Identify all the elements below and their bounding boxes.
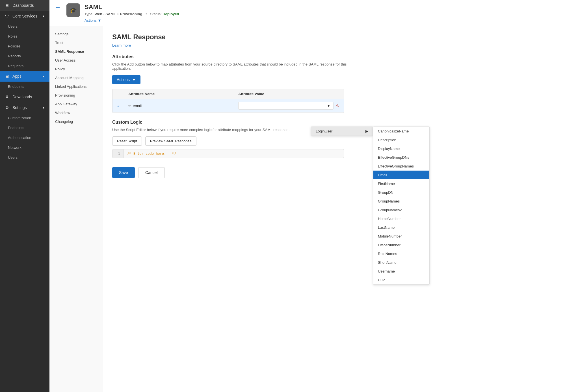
sub-nav: Settings Trust SAML Response User Access… [49, 26, 103, 392]
sidebar-item-label: Core Services [12, 14, 37, 18]
subnav-policy[interactable]: Policy [49, 65, 103, 73]
submenu-item-group-dn[interactable]: GroupDN [373, 188, 429, 197]
attribute-submenu: CanonicalizeName Description DisplayName… [373, 127, 430, 285]
code-editor[interactable]: 1 /* Enter code here... */ [112, 149, 344, 158]
sidebar-item-users-settings[interactable]: Users [0, 153, 49, 162]
app-type-value: Web - SAML + Provisioning [94, 12, 142, 16]
app-type-label: Type: [85, 12, 94, 16]
sidebar-item-core-services[interactable]: 🛡 Core Services ▼ [0, 11, 49, 21]
sidebar-item-customization[interactable]: Customization [0, 113, 49, 123]
page-content: SAML Response Learn more Attributes Clic… [103, 26, 565, 392]
main-container: ← 🎓 SAML Type: Web - SAML + Provisioning… [49, 0, 565, 392]
subnav-user-access[interactable]: User Access [49, 56, 103, 65]
row-name-cell: ✏ email [124, 101, 234, 111]
submenu-item-group-names[interactable]: GroupNames [373, 197, 429, 206]
line-number: 1 [112, 149, 124, 158]
app-status-label: Status: [150, 12, 161, 16]
topbar-actions-button[interactable]: Actions ▼ [85, 18, 179, 23]
sidebar-item-authentication[interactable]: Authentication [0, 133, 49, 143]
cancel-button[interactable]: Cancel [138, 167, 165, 178]
submenu-item-effective-group-dns[interactable]: EffectiveGroupDNs [373, 153, 429, 162]
submenu-item-username[interactable]: Username [373, 267, 429, 276]
subnav-account-mapping[interactable]: Account Mapping [49, 73, 103, 82]
chevron-down-icon: ▼ [132, 77, 136, 82]
row-checkbox[interactable]: ✓ [112, 101, 124, 111]
table-header: Attribute Name Attribute Value [112, 89, 344, 99]
submenu-item-uuid[interactable]: Uuid [373, 276, 429, 284]
chevron-right-icon: ▶ [365, 129, 368, 133]
table-row: ✓ ✏ email ▼ ⚠ [112, 99, 344, 113]
app-title: SAML [85, 3, 179, 11]
login-user-dropdown-overlay: LoginUser ▶ CanonicalizeName Description… [311, 127, 373, 136]
submenu-item-canonicalize-name[interactable]: CanonicalizeName [373, 127, 429, 136]
app-icon: 🎓 [66, 3, 80, 17]
chevron-down-icon: ▼ [42, 106, 45, 109]
page-title: SAML Response [112, 33, 556, 41]
footer-buttons: Save Cancel [112, 167, 556, 187]
preview-saml-button[interactable]: Preview SAML Response [145, 136, 196, 146]
submenu-item-short-name[interactable]: ShortName [373, 258, 429, 267]
gear-icon: ⚙ [5, 105, 10, 110]
attributes-desc: Click the Add button below to map attrib… [112, 62, 352, 71]
sidebar-item-label: Apps [12, 74, 21, 79]
submenu-item-home-number[interactable]: HomeNumber [373, 214, 429, 223]
sidebar-item-apps[interactable]: ▣ Apps ▼ [0, 71, 49, 82]
submenu-item-last-name[interactable]: LastName [373, 223, 429, 232]
sidebar-item-reports[interactable]: Reports [0, 51, 49, 61]
chevron-down-icon: ▼ [327, 104, 330, 108]
subnav-provisioning[interactable]: Provisioning [49, 91, 103, 100]
error-icon: ⚠ [335, 103, 339, 108]
sidebar-item-downloads[interactable]: ⬇ Downloads [0, 92, 49, 102]
back-button[interactable]: ← [55, 4, 61, 10]
app-status-value: Deployed [163, 12, 179, 16]
save-button[interactable]: Save [112, 167, 135, 178]
chevron-down-icon: ▼ [42, 75, 45, 78]
subnav-workflow[interactable]: Workflow [49, 108, 103, 117]
attributes-title: Attributes [112, 54, 556, 59]
sidebar-item-network[interactable]: Network [0, 143, 49, 153]
subnav-app-gateway[interactable]: App Gateway [49, 100, 103, 108]
table-col-name: Attribute Name [124, 89, 234, 99]
table-col-value: Attribute Value [234, 89, 344, 99]
custom-logic-title: Custom Logic [112, 120, 556, 125]
submenu-item-group-names-2[interactable]: GroupNames2 [373, 206, 429, 214]
sidebar-item-roles[interactable]: Roles [0, 31, 49, 41]
submenu-item-description[interactable]: Description [373, 136, 429, 144]
attributes-table: Attribute Name Attribute Value ✓ ✏ email [112, 89, 344, 113]
submenu-item-mobile-number[interactable]: MobileNumber [373, 232, 429, 241]
sidebar: ⊞ Dashboards 🛡 Core Services ▼ Users Rol… [0, 0, 49, 392]
submenu-item-email[interactable]: Email [373, 171, 429, 179]
subnav-linked-applications[interactable]: Linked Applications [49, 82, 103, 91]
attributes-actions-button[interactable]: Actions ▼ [112, 75, 140, 84]
submenu-item-display-name[interactable]: DisplayName [373, 144, 429, 153]
learn-more-link[interactable]: Learn more [112, 43, 556, 47]
sidebar-item-users[interactable]: Users [0, 21, 49, 31]
sidebar-item-endpoints-settings[interactable]: Endpoints [0, 123, 49, 133]
check-icon: ✓ [117, 104, 120, 108]
sidebar-item-policies[interactable]: Policies [0, 41, 49, 51]
sidebar-item-endpoints[interactable]: Endpoints [0, 82, 49, 92]
attribute-value-dropdown[interactable]: ▼ [238, 102, 334, 110]
reset-script-button[interactable]: Reset Script [112, 136, 142, 146]
subnav-changelog[interactable]: Changelog [49, 117, 103, 126]
subnav-settings[interactable]: Settings [49, 30, 103, 38]
submenu-item-office-number[interactable]: OfficeNumber [373, 241, 429, 249]
edit-icon[interactable]: ✏ [128, 104, 131, 108]
submenu-item-effective-group-names[interactable]: EffectiveGroupNames [373, 162, 429, 171]
sidebar-item-requests[interactable]: Requests [0, 61, 49, 71]
code-text[interactable]: /* Enter code here... */ [124, 149, 179, 158]
submenu-item-first-name[interactable]: FirstName [373, 179, 429, 188]
custom-logic-section: Custom Logic Use the Script Editor below… [112, 120, 556, 158]
sidebar-item-dashboards[interactable]: ⊞ Dashboards [0, 0, 49, 11]
sidebar-item-settings[interactable]: ⚙ Settings ▼ [0, 102, 49, 113]
submenu-item-role-names[interactable]: RoleNames [373, 249, 429, 258]
login-user-menu: LoginUser ▶ [311, 127, 373, 136]
table-col-check [112, 89, 124, 99]
script-buttons: Reset Script Preview SAML Response [112, 136, 556, 146]
download-icon: ⬇ [5, 94, 10, 99]
login-user-item[interactable]: LoginUser ▶ [311, 127, 373, 136]
subnav-trust[interactable]: Trust [49, 38, 103, 47]
top-bar: ← 🎓 SAML Type: Web - SAML + Provisioning… [49, 0, 565, 26]
subnav-saml-response[interactable]: SAML Response [49, 47, 103, 56]
sidebar-item-label: Dashboards [12, 3, 34, 8]
